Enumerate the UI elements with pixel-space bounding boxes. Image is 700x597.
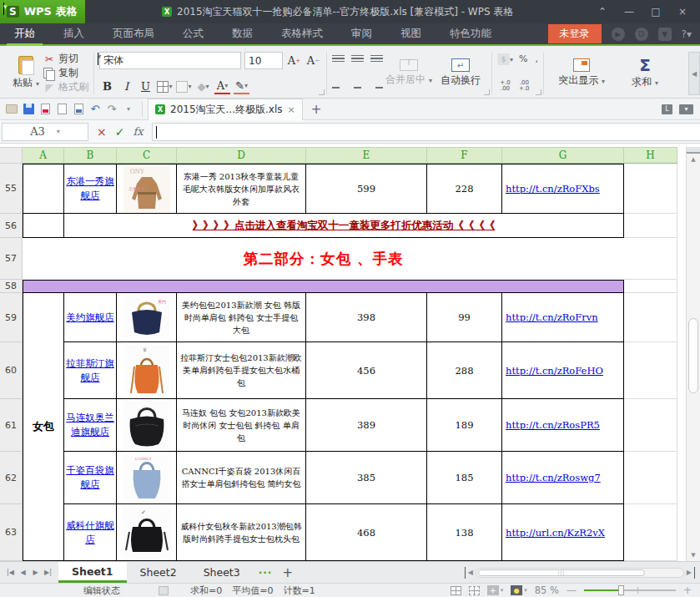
prev-sheet-icon[interactable]: ◀	[18, 569, 28, 576]
task-pane-toggle[interactable]: ◀	[688, 52, 700, 95]
confirm-entry-icon[interactable]: ✓	[115, 125, 125, 139]
cell-a56[interactable]	[23, 214, 64, 238]
sheet-tab-sheet2[interactable]: Sheet2	[127, 562, 190, 583]
tab-special-features[interactable]: 特色功能	[436, 23, 506, 44]
tab-insert[interactable]: 插入	[49, 23, 98, 44]
select-all-corner[interactable]	[0, 147, 23, 164]
vertical-scrollbar[interactable]: ▲ ▼	[686, 147, 700, 561]
qat-dropdown-icon[interactable]: ▾	[120, 101, 137, 118]
cell-d59[interactable]: 美约包包2013新款潮 女包 韩版时尚单肩包 斜跨包 女士手提包大包	[177, 293, 306, 342]
open-file-icon[interactable]	[3, 101, 20, 118]
cell-a57-title[interactable]: 第二部分：女包 、手表	[23, 238, 624, 280]
cell-f63[interactable]: 138	[427, 504, 502, 561]
cell-d62[interactable]: CANNCI千姿百袋 2013休闲百搭女士单肩包斜挎包包 简约女包	[177, 452, 306, 504]
column-header-g[interactable]: G	[502, 147, 624, 164]
cell-h59[interactable]	[624, 293, 677, 342]
export-pdf-icon[interactable]	[37, 101, 53, 118]
horizontal-scroll-track[interactable]: |||	[476, 568, 684, 578]
row-header-57[interactable]: 57	[0, 238, 23, 280]
wrap-text-button[interactable]: ↵ 自动换行	[435, 50, 486, 96]
insert-function-icon[interactable]: fx	[133, 125, 143, 138]
zoom-in-button[interactable]: +	[683, 584, 692, 596]
zoom-slider[interactable]	[584, 589, 676, 591]
cell-e60[interactable]: 456	[306, 342, 427, 399]
column-header-b[interactable]: B	[64, 147, 117, 164]
number-dialog-launcher[interactable]	[536, 89, 541, 95]
row-header-61[interactable]: 61	[0, 399, 23, 452]
cell-e63[interactable]: 468	[306, 504, 427, 561]
close-button[interactable]: ×	[670, 3, 695, 21]
help-icon[interactable]: ?▾	[682, 28, 692, 40]
skin-toggle-button[interactable]: ⌃	[590, 3, 615, 21]
zoom-out-button[interactable]: —	[567, 584, 577, 596]
normal-view-icon[interactable]	[451, 586, 461, 595]
new-document-button[interactable]: +	[303, 102, 330, 117]
tab-review[interactable]: 审阅	[337, 23, 386, 44]
align-bottom-icon[interactable]	[370, 53, 383, 63]
cell-c63[interactable]: ✓	[117, 504, 177, 561]
cell-a58-divider[interactable]	[23, 280, 624, 293]
sheet-list-button[interactable]: ···	[254, 562, 278, 583]
horizontal-scrollbar[interactable]: ◀ ||| ▶	[465, 562, 700, 583]
cell-d63[interactable]: 威科什女包秋冬新款2013潮包韩版时尚斜跨手提包女士包枕头包	[177, 504, 306, 561]
tab-data[interactable]: 数据	[218, 23, 267, 44]
column-header-a[interactable]: A	[23, 147, 64, 164]
zoom-level-label[interactable]: 85 %	[535, 584, 559, 596]
comma-format-button[interactable]: ,	[536, 53, 539, 65]
cell-b60[interactable]: 拉菲斯汀旗舰店	[64, 342, 117, 399]
align-top-icon[interactable]	[332, 53, 345, 63]
save-icon[interactable]	[20, 101, 37, 118]
scroll-left-icon[interactable]: ◀	[468, 569, 473, 576]
copy-button[interactable]: 复制	[43, 66, 88, 80]
cell-b62[interactable]: 千姿百袋旗舰店	[64, 452, 117, 504]
layout-options-icon[interactable]: ▾	[679, 104, 693, 114]
sheet-tab-sheet1[interactable]: Sheet1	[58, 562, 127, 583]
underline-button[interactable]: U	[138, 78, 154, 94]
font-size-select[interactable]: 10▾	[244, 52, 283, 69]
row-header-60[interactable]: 60	[0, 342, 23, 399]
italic-button[interactable]: I	[118, 78, 134, 94]
next-sheet-icon[interactable]: ▶	[30, 569, 41, 576]
grow-font-button[interactable]: A+	[286, 53, 302, 68]
row-header-56[interactable]: 56	[0, 214, 23, 238]
scroll-down-icon[interactable]: ▼	[687, 549, 700, 561]
cell-g60[interactable]: http://t.cn/zRoFeHO	[502, 342, 624, 399]
cell-c59[interactable]: 美约	[117, 293, 177, 342]
cell-b61[interactable]: 马连奴奥兰迪旗舰店	[64, 399, 117, 452]
docer-icon[interactable]: D	[635, 28, 648, 41]
print-icon[interactable]	[53, 101, 70, 118]
cell-g59[interactable]: http://t.cn/zRoFrvn	[502, 293, 624, 342]
column-header-d[interactable]: D	[177, 147, 306, 164]
autosum-button[interactable]: Σ 求和 ▾	[619, 50, 671, 96]
cell-a55[interactable]	[23, 164, 64, 214]
cell-e59[interactable]: 398	[306, 293, 427, 342]
fill-color-button[interactable]: ◆▾	[195, 78, 211, 94]
cell-d55[interactable]: 东港一秀 2013秋冬季童装儿童毛呢大衣韩版女休闲加厚款风衣外套	[177, 164, 306, 214]
login-button[interactable]: 未登录	[548, 24, 602, 43]
cell-c55[interactable]: ONY 毛呢大衣	[117, 164, 177, 214]
decrease-decimal-button[interactable]: .00+.0	[519, 80, 530, 93]
row-header-55[interactable]: 55	[0, 164, 23, 214]
cell-c60[interactable]: ♛	[117, 342, 177, 399]
cell-h55[interactable]	[624, 164, 677, 214]
cell-h57[interactable]	[624, 238, 677, 280]
paste-button[interactable]: 粘贴 ▾	[8, 50, 43, 96]
category-merged-cell[interactable]: 女包	[23, 293, 64, 561]
split-handle[interactable]	[687, 147, 700, 154]
new-view-button[interactable]: +▾	[487, 585, 504, 595]
minimize-button[interactable]: —	[617, 3, 642, 21]
alignment-dialog-launcher[interactable]	[484, 89, 490, 95]
cell-b59[interactable]: 美约旗舰店	[64, 293, 117, 342]
font-dialog-launcher[interactable]	[319, 89, 325, 95]
first-sheet-icon[interactable]: |◀	[5, 569, 16, 576]
last-sheet-icon[interactable]: ▶|	[43, 569, 53, 576]
tab-view[interactable]: 视图	[386, 23, 436, 44]
draw-border-button[interactable]: ▾	[176, 78, 192, 94]
cell-e55[interactable]: 599	[306, 164, 427, 214]
bold-button[interactable]: B	[99, 78, 115, 94]
cell-e61[interactable]: 389	[306, 399, 427, 452]
borders-button[interactable]: ▾	[157, 78, 173, 94]
cancel-entry-icon[interactable]: ×	[97, 125, 107, 139]
zoom-slider-handle[interactable]	[618, 585, 624, 595]
cell-b63[interactable]: 威科什旗舰店	[64, 504, 117, 561]
